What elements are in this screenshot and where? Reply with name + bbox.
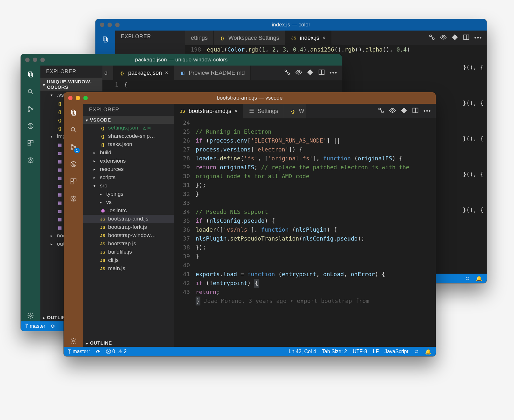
tab-workspace-settings[interactable]: {} Workspace Settings xyxy=(214,31,285,45)
compare-icon[interactable] xyxy=(428,34,435,42)
activity-explorer-icon[interactable] xyxy=(100,34,111,45)
activity-extensions-icon[interactable] xyxy=(68,176,79,187)
preview-icon[interactable] xyxy=(440,34,447,42)
code-line[interactable]: }); xyxy=(196,243,433,252)
code-line[interactable]: return; xyxy=(196,288,433,297)
tree-folder[interactable]: typings xyxy=(83,190,174,198)
code-line[interactable]: return originalFS; // replace the patche… xyxy=(196,163,433,181)
workspace-header[interactable]: UNIQUE-WINDOW-COLORS xyxy=(40,78,102,91)
problems-indicator[interactable]: ⓧ 0 ⚠ 2 xyxy=(106,348,127,355)
code-line[interactable]: // Running in Electron xyxy=(196,127,433,136)
split-icon[interactable] xyxy=(412,107,419,116)
revert-icon[interactable] xyxy=(400,107,407,116)
traffic-max[interactable] xyxy=(115,23,120,27)
bell-icon[interactable]: 🔔 xyxy=(425,349,431,355)
tab-truncated[interactable]: d xyxy=(102,66,114,80)
traffic-close[interactable] xyxy=(25,58,30,62)
code-line[interactable]: } xyxy=(196,190,433,199)
traffic-min[interactable] xyxy=(33,58,37,62)
bell-icon[interactable]: 🔔 xyxy=(476,276,482,282)
code-line[interactable]: } Joao Moreno, 3 years ago • export boot… xyxy=(196,297,433,305)
activity-explorer-icon[interactable] xyxy=(25,69,36,80)
code-line[interactable]: exports.load = function (entrypoint, onL… xyxy=(196,270,433,279)
editor-content[interactable]: // Running in Electronif (process.env['E… xyxy=(196,118,436,347)
tab-index-js[interactable]: JS index.js × xyxy=(285,31,331,45)
activity-gitlens-icon[interactable] xyxy=(68,193,79,204)
code-line[interactable]: }); xyxy=(196,181,433,190)
tab-settings[interactable]: ettings xyxy=(185,31,214,45)
tree-file[interactable]: JSbootstrap.js xyxy=(83,240,174,248)
tree-file[interactable]: {}tasks.json xyxy=(83,140,174,149)
split-icon[interactable] xyxy=(318,69,325,77)
code-line[interactable]: loader(['vs/nls'], function (nlsPlugin) … xyxy=(196,225,433,234)
tree-file[interactable]: JSbuildfile.js xyxy=(83,248,174,256)
compare-icon[interactable] xyxy=(378,107,385,116)
tab-size[interactable]: Tab Size: 2 xyxy=(322,349,347,354)
more-icon[interactable]: ••• xyxy=(330,70,337,76)
encoding[interactable]: UTF-8 xyxy=(353,349,367,354)
activity-gitlens-icon[interactable] xyxy=(25,155,36,166)
close-icon[interactable]: × xyxy=(165,70,168,76)
titlebar[interactable]: bootstrap-amd.js — vscode xyxy=(64,92,436,104)
tab-bootstrap-amd[interactable]: JS bootstrap-amd.js × xyxy=(174,104,243,118)
close-icon[interactable]: × xyxy=(323,35,325,41)
tree-file[interactable]: {}settings.json2, M xyxy=(83,124,174,132)
code-line[interactable] xyxy=(196,118,433,127)
tree-folder[interactable]: build xyxy=(83,149,174,157)
feedback-icon[interactable]: ☺ xyxy=(414,349,419,354)
tree-file[interactable]: ⬢.eslintrc xyxy=(83,206,174,215)
split-icon[interactable] xyxy=(463,34,470,42)
activity-settings-icon[interactable] xyxy=(68,335,79,347)
workspace-header[interactable]: VSCODE xyxy=(83,116,174,124)
more-icon[interactable]: ••• xyxy=(474,35,482,41)
revert-icon[interactable] xyxy=(307,69,314,77)
more-icon[interactable]: ••• xyxy=(423,108,431,115)
eol[interactable]: LF xyxy=(373,349,379,354)
outline-header[interactable]: OUTLINE xyxy=(83,339,174,347)
code-line[interactable] xyxy=(196,199,433,207)
code-line[interactable]: if (nlsConfig.pseudo) { xyxy=(196,216,433,225)
preview-icon[interactable] xyxy=(295,69,302,77)
tab-settings[interactable]: ☰ Settings xyxy=(243,104,284,118)
activity-explorer-icon[interactable] xyxy=(68,107,79,118)
code-line[interactable]: if (!entrypoint) { xyxy=(196,279,433,288)
tree-folder[interactable]: extensions xyxy=(83,157,174,165)
code-line[interactable]: loader.define('fs', ['original-fs'], fun… xyxy=(196,154,433,163)
tree-folder[interactable]: vs xyxy=(83,198,174,206)
tree-file[interactable]: JScli.js xyxy=(83,256,174,264)
close-icon[interactable]: × xyxy=(234,108,237,114)
traffic-max[interactable] xyxy=(83,96,88,100)
activity-debug-icon[interactable] xyxy=(68,158,79,170)
revert-icon[interactable] xyxy=(451,34,458,42)
branch-indicator[interactable]: ᛘ master* xyxy=(68,349,90,354)
tab-workspace-settings-trunc[interactable]: {} W xyxy=(284,104,306,118)
tab-preview-readme[interactable]: ◧ Preview README.md xyxy=(174,66,251,80)
preview-icon[interactable] xyxy=(389,107,396,116)
traffic-lights[interactable] xyxy=(25,54,45,66)
tab-package-json[interactable]: {} package.json × xyxy=(114,66,174,80)
tree-folder[interactable]: scripts xyxy=(83,173,174,182)
traffic-min[interactable] xyxy=(108,23,112,27)
activity-scm-icon[interactable]: 1 xyxy=(68,141,79,153)
traffic-max[interactable] xyxy=(40,58,45,62)
tree-file[interactable]: JSbootstrap-amd.js xyxy=(83,215,174,223)
code-line[interactable]: } xyxy=(196,252,433,261)
branch-indicator[interactable]: ᛘ master xyxy=(25,323,45,329)
sync-icon[interactable]: ⟳ xyxy=(51,323,55,329)
activity-search-icon[interactable] xyxy=(25,86,36,97)
code-line[interactable] xyxy=(196,261,433,270)
activity-scm-icon[interactable] xyxy=(25,103,36,115)
activity-extensions-icon[interactable] xyxy=(25,137,36,149)
activity-debug-icon[interactable] xyxy=(25,120,36,132)
tree-folder[interactable]: src xyxy=(83,182,174,190)
cursor-position[interactable]: Ln 42, Col 4 xyxy=(289,349,316,354)
code-line[interactable] xyxy=(196,305,433,314)
traffic-close[interactable] xyxy=(100,23,104,27)
sync-icon[interactable]: ⟳ xyxy=(96,349,100,355)
traffic-min[interactable] xyxy=(76,96,80,100)
titlebar[interactable]: package.json — unique-window-colors xyxy=(21,54,342,66)
code-line[interactable]: // Pseudo NLS support xyxy=(196,207,433,216)
traffic-lights[interactable] xyxy=(100,19,120,31)
tree-file[interactable]: {}shared.code-snip… xyxy=(83,132,174,140)
tree-folder[interactable]: resources xyxy=(83,165,174,173)
